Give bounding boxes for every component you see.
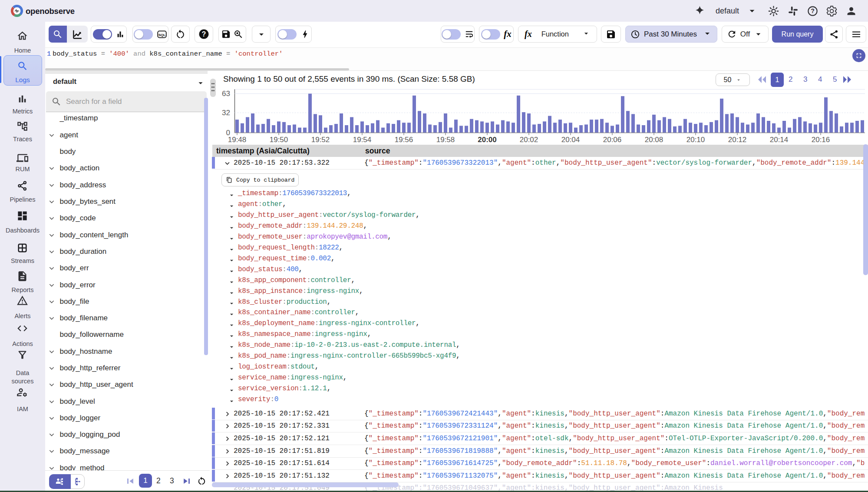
svg-text:20:10: 20:10 (686, 136, 705, 144)
svg-text:19:52: 19:52 (311, 136, 330, 144)
svg-text:19:58: 19:58 (436, 136, 455, 144)
svg-text:20:06: 20:06 (603, 136, 622, 144)
svg-text:63: 63 (222, 90, 230, 98)
svg-text:20:16: 20:16 (812, 136, 830, 144)
svg-text:19:56: 19:56 (395, 136, 413, 144)
svg-text:32: 32 (222, 109, 230, 117)
svg-text:20:00: 20:00 (478, 136, 496, 144)
svg-text:20:12: 20:12 (728, 136, 747, 144)
svg-text:19:50: 19:50 (270, 136, 288, 144)
svg-text:19:48: 19:48 (228, 136, 247, 144)
svg-text:20:04: 20:04 (561, 136, 580, 144)
svg-text:0: 0 (226, 129, 230, 137)
svg-text:20:14: 20:14 (770, 136, 789, 144)
svg-text:20:02: 20:02 (520, 136, 538, 144)
svg-text:19:54: 19:54 (353, 136, 372, 144)
svg-text:20:08: 20:08 (645, 136, 663, 144)
